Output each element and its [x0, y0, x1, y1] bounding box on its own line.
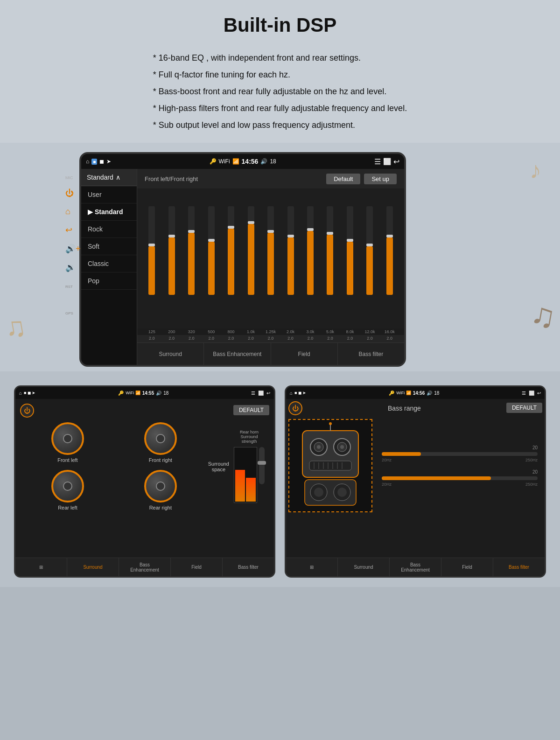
eq-slider-thumb-10 [347, 239, 353, 242]
preset-standard[interactable]: ▶ Standard [81, 203, 137, 221]
home-status-icon: ⌂ [86, 158, 89, 165]
wifi-icon: WiFi [219, 158, 230, 165]
eq-band-10[interactable] [340, 206, 360, 295]
eq-band-3[interactable] [201, 206, 221, 295]
eq-band-8[interactable] [301, 206, 320, 295]
surround-vol: 🔊 [156, 391, 161, 396]
eq-freq-3: 500 [201, 329, 221, 334]
eq-band-4[interactable] [221, 206, 241, 295]
default-button[interactable]: Default [326, 174, 360, 184]
mic-label: MIC [65, 175, 81, 180]
surround-power-btn[interactable]: ⏻ [20, 404, 34, 418]
bass-return-icon[interactable]: ↩ [537, 391, 541, 396]
eq-top-bar: Front left/Front right Default Set up [137, 169, 404, 188]
eq-slider-thumb-6 [267, 230, 274, 233]
return-icon[interactable]: ↩ [393, 157, 399, 166]
bass-tab-surround[interactable]: Surround [338, 558, 390, 576]
volume-up-icon[interactable]: 🔊+ [65, 244, 81, 254]
surround-return-icon[interactable]: ↩ [266, 391, 270, 396]
vumeter-bar-left [235, 448, 245, 502]
bass-menu-icon[interactable]: ☰ [522, 391, 526, 396]
surround-default-btn[interactable]: DEFAULT [233, 405, 269, 415]
surround-tab-surround[interactable]: Surround [67, 558, 119, 576]
bass-bottom-tabs: ⊞ Surround BassEnhancement Field Bass fi… [286, 558, 545, 576]
vumeter-label: Rear horn Surround strength [240, 430, 259, 444]
eq-gain-2: 2.0 [182, 336, 201, 341]
eq-band-11[interactable] [360, 206, 379, 295]
eq-band-12[interactable] [380, 206, 399, 295]
status-center: 🔑 WiFi 📶 14:56 🔊 18 [210, 158, 276, 165]
power-side-icon[interactable]: ⏻ [65, 188, 81, 198]
eq-main-area: Front left/Front right Default Set up [137, 169, 404, 365]
bass-speaker-section: 20 20Hz 250Hz 20 [288, 419, 542, 512]
status-right: ☰ ⬜ ↩ [374, 157, 399, 166]
eq-band-2[interactable] [182, 206, 201, 295]
rear-left-label: Rear left [58, 505, 77, 510]
bass-default-btn[interactable]: DEFAULT [506, 403, 542, 413]
surround-tab-bass-enhancement[interactable]: BassEnhancement [119, 558, 171, 576]
svg-rect-7 [309, 461, 351, 470]
back-icon[interactable]: ↩ [65, 225, 81, 235]
eq-band-1[interactable] [161, 206, 181, 295]
bass-tab-bass-filter[interactable]: Bass filter [493, 558, 545, 576]
rear-left-knob[interactable] [51, 470, 84, 503]
surround-tab-bass-filter[interactable]: Bass filter [223, 558, 274, 576]
preset-rock[interactable]: Rock [81, 221, 137, 238]
eq-band-5[interactable] [241, 206, 260, 295]
eq-gain-9: 2.0 [320, 336, 340, 341]
eq-slider-fill-5 [248, 224, 254, 295]
bass-window-icon[interactable]: ⬜ [529, 391, 534, 396]
front-left-knob[interactable] [51, 422, 84, 455]
front-right-label: Front right [149, 457, 172, 463]
window-icon[interactable]: ⬜ [383, 158, 391, 165]
bass-tab-field[interactable]: Field [441, 558, 493, 576]
bass-tab-eq[interactable]: ⊞ [286, 558, 338, 576]
rear-right-knob[interactable] [144, 470, 177, 503]
preset-classic[interactable]: Classic [81, 255, 137, 272]
eq-slider-thumb-2 [188, 230, 195, 233]
volume-down-icon[interactable]: 🔉 [65, 262, 81, 272]
front-right-knob[interactable] [144, 422, 177, 455]
eq-slider-thumb-1 [168, 235, 175, 237]
main-device-frame: ⌂ ■ ◼ ➤ 🔑 WiFi 📶 14:56 🔊 18 ☰ ⬜ ↩ [79, 152, 406, 367]
top-section: Built-in DSP * 16-band EQ , with indepen… [0, 0, 560, 143]
preset-pop[interactable]: Pop [81, 272, 137, 290]
eq-sliders-container [142, 192, 399, 295]
eq-slider-thumb-9 [327, 232, 333, 235]
preset-user[interactable]: User [81, 186, 137, 203]
svg-point-19 [337, 488, 347, 497]
eq-freq-8: 3.0k [301, 329, 320, 334]
surround-tab-field[interactable]: Field [171, 558, 223, 576]
surround-menu-icon[interactable]: ☰ [251, 391, 255, 396]
eq-sliders-area [137, 188, 404, 328]
bass-slider-1-track[interactable] [382, 452, 538, 456]
eq-freq-6: 1.25k [261, 329, 280, 334]
surround-strength-slider[interactable] [259, 447, 265, 484]
eq-tab-bass-filter[interactable]: Bass filter [338, 343, 404, 365]
eq-slider-track-5 [248, 206, 254, 295]
bass-status-bar: ⌂ ■ ◼ ➤ 🔑 WiFi 📶 14:56 🔊 18 ☰ ⬜ ↩ [286, 387, 545, 399]
eq-band-6[interactable] [261, 206, 280, 295]
preset-soft[interactable]: Soft [81, 238, 137, 255]
preset-current-label: Standard [87, 174, 113, 181]
bass-vol: 🔊 [427, 391, 432, 396]
bass-slider-2-track[interactable] [382, 476, 538, 480]
eq-tab-surround[interactable]: Surround [137, 343, 204, 365]
eq-band-7[interactable] [280, 206, 300, 295]
eq-band-9[interactable] [320, 206, 340, 295]
bass-power-btn[interactable]: ⏻ [288, 401, 302, 415]
preset-header[interactable]: Standard ∧ [81, 169, 137, 186]
eq-tab-bass-enhancement[interactable]: Bass Enhancement [204, 343, 271, 365]
surround-tab-eq[interactable]: ⊞ [15, 558, 67, 576]
eq-freq-5: 1.0k [241, 329, 260, 334]
menu-icon[interactable]: ☰ [374, 157, 381, 166]
battery-level: 18 [270, 158, 276, 165]
surround-window-icon[interactable]: ⬜ [258, 391, 264, 396]
setup-button[interactable]: Set up [364, 174, 397, 184]
home-icon[interactable]: ⌂ [65, 207, 81, 216]
eq-band-0[interactable] [142, 206, 161, 295]
eq-bottom-tabs: Surround Bass Enhancement Field Bass fil… [137, 342, 404, 365]
eq-tab-field[interactable]: Field [271, 343, 338, 365]
status-icon-2: ■ [91, 159, 97, 165]
bass-tab-bass-enhancement[interactable]: BassEnhancement [390, 558, 441, 576]
